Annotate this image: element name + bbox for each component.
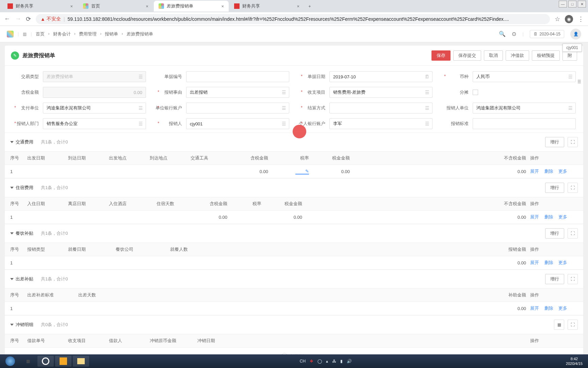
maximize-button[interactable]: □ [568,1,576,7]
browser-tab[interactable]: 财务共享 × [229,1,304,12]
preaudit-button[interactable]: 核销预提 [532,50,560,61]
task-explorer[interactable]: ▦ [20,356,36,367]
fullscreen-icon[interactable]: ⛶ [568,320,578,330]
reason-field[interactable]: 出差报销☰ [186,87,289,98]
delete-link[interactable]: 删除 [544,260,553,265]
bank-field[interactable]: ☰ [186,103,289,113]
network-icon[interactable]: 🖧 [332,359,336,364]
start-button[interactable] [2,356,18,367]
table-row[interactable]: 1 0.00 展开 删除 更多 [5,302,583,315]
crumb-reimburse[interactable]: 报销单 [105,31,118,37]
section-toggle[interactable]: 交通费用 [10,139,33,145]
fullscreen-icon[interactable]: ⛶ [568,137,578,147]
attach-button[interactable]: 附 [562,50,577,61]
add-row-button[interactable]: 增行 [545,274,564,284]
minimize-button[interactable]: — [559,1,567,7]
split-checkbox[interactable] [473,90,478,95]
table-row[interactable]: 1 0.00 展开 删除 更多 [5,256,583,270]
volume-icon[interactable]: 🔊 [347,359,352,364]
library-icon[interactable]: ▥ [23,32,27,36]
save-submit-button[interactable]: 保存提交 [453,50,481,61]
reunit-field[interactable]: 鸿途集团水泥有限公司☰ [473,103,576,113]
date-picker[interactable]: 🗓 2020-04-15 [530,30,564,38]
item-label: 收支项目 [299,89,329,95]
task-app[interactable] [55,356,71,367]
more-link[interactable]: 更多 [558,260,567,265]
close-icon[interactable]: × [297,4,299,9]
profile-icon[interactable]: ◉ [565,15,573,23]
payunit-field[interactable]: 鸿途集团水泥有限公司☰ [43,103,146,113]
add-row-button[interactable]: 增行 [545,137,564,147]
more-link[interactable]: 更多 [558,169,567,174]
item-field[interactable]: 销售费用-差旅费☰ [329,87,432,98]
url-input[interactable]: ▲ 不安全 | 59.110.153.182:8081/nccloud/reso… [36,14,550,24]
section-toggle[interactable]: 住宿费用 [10,185,33,191]
tray-chevron-icon[interactable]: ▴ [326,359,328,364]
delete-link[interactable]: 删除 [544,214,553,219]
taxrate-input[interactable]: ✎ [295,169,309,174]
task-chrome[interactable] [37,356,54,367]
crumb-home[interactable]: 首页 [36,31,45,37]
add-row-button[interactable]: 增行 [545,228,564,239]
close-window-button[interactable]: ✕ [578,1,586,7]
debit-button[interactable]: 冲借款 [506,50,529,61]
person-field[interactable]: cjy001☰ [186,118,289,129]
close-icon[interactable]: × [146,4,148,9]
tray-icon[interactable]: ❖ [310,359,313,364]
delete-link[interactable]: 删除 [544,306,553,311]
expand-link[interactable]: 展开 [530,169,539,174]
std-field[interactable] [473,118,576,129]
more-link[interactable]: 更多 [558,306,567,311]
close-icon[interactable]: × [70,4,73,9]
crumb-acct[interactable]: 财务会计 [53,31,71,37]
fullscreen-icon[interactable]: ⛶ [568,228,578,239]
settle-field[interactable]: ☰ [329,103,432,113]
task-folder[interactable] [73,356,89,367]
delete-link[interactable]: 删除 [544,169,553,174]
section-toggle[interactable]: 冲销明细 [10,322,33,328]
close-icon[interactable]: × [221,4,224,9]
ime-indicator[interactable]: CH [300,359,306,364]
save-button[interactable]: 保存 [431,50,451,61]
back-button[interactable]: ← [4,15,10,22]
star-icon[interactable]: ☆ [555,15,560,23]
table-row[interactable]: 1 0.00 0.00 0.00 展开 删除 更多 [5,211,583,224]
dept-field[interactable]: 销售服务办公室☰ [43,118,146,129]
browser-tab[interactable]: 财务共享 × [3,1,78,12]
docno-field[interactable] [186,71,289,82]
favicon-icon [234,3,240,9]
crumb-expense[interactable]: 费用管理 [79,31,97,37]
table-row[interactable]: 1 0.00 ✎ 0.00 0.00 展开 删除 更多 [5,165,583,178]
grid-icon[interactable]: ▦ [554,320,564,330]
add-row-button[interactable]: 增行 [545,183,564,193]
pbank-field[interactable]: 李军☰ [329,118,432,129]
forward-button[interactable]: → [15,15,21,22]
browser-tab[interactable]: 首页 × [78,1,153,12]
browser-tab-active[interactable]: 差旅费报销单 × [154,1,229,12]
new-tab-button[interactable]: ＋ [305,1,314,11]
currency-field[interactable]: 人民币☰ [473,71,576,82]
menu-icon[interactable]: ⋮ [578,15,584,23]
tray-icon[interactable]: ◯ [317,359,322,364]
search-icon[interactable]: 🔍 [499,31,506,37]
cancel-button[interactable]: 取消 [484,50,503,61]
expand-link[interactable]: 展开 [530,260,539,265]
fullscreen-icon[interactable]: ⛶ [568,274,578,284]
avatar[interactable]: 👤 [570,29,581,40]
section-toggle[interactable]: 出差补贴 [10,276,33,282]
expand-link[interactable]: 展开 [530,214,539,219]
clock[interactable]: 8:42 2020/4/15 [562,356,586,366]
more-link[interactable]: 更多 [558,214,567,219]
app-logo-icon[interactable] [7,31,14,37]
battery-icon[interactable]: ▮ [340,359,343,364]
fullscreen-icon[interactable]: ⛶ [568,183,578,193]
header-actions: 保存 保存提交 取消 冲借款 核销预提 附 [431,50,577,61]
expand-link[interactable]: 展开 [530,306,539,311]
play-icon[interactable]: ⊙ [512,31,516,37]
docdate-field[interactable]: 2019-07-10🗓 [329,71,432,82]
collapse-icon[interactable]: ☰ [577,79,581,84]
list-icon: ☰ [425,105,429,111]
section-toggle[interactable]: 餐饮补贴 [10,230,33,236]
section-meta: 共1条，合计0 [41,230,68,236]
reload-button[interactable]: ⟳ [26,15,31,23]
